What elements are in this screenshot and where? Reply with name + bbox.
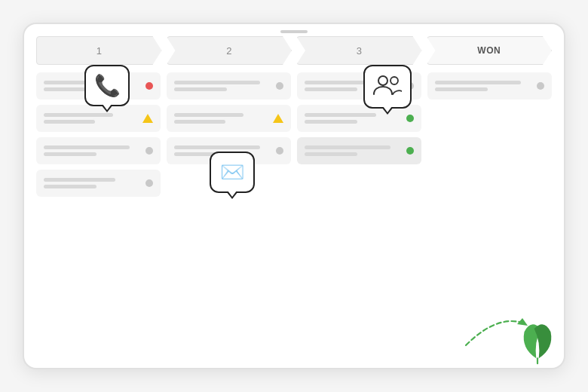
deal-card[interactable] bbox=[36, 105, 161, 132]
status-dot-gray bbox=[276, 147, 283, 155]
card-line bbox=[305, 152, 357, 156]
stage-tab-2[interactable]: 2 bbox=[167, 36, 292, 65]
leaf-decoration bbox=[511, 312, 564, 368]
card-line bbox=[305, 113, 376, 117]
card-line bbox=[174, 87, 227, 91]
card-lines bbox=[44, 178, 139, 188]
card-line bbox=[305, 87, 357, 91]
deal-card[interactable] bbox=[36, 170, 161, 197]
card-line bbox=[44, 145, 130, 149]
stage-label-1: 1 bbox=[96, 45, 102, 57]
card-line bbox=[305, 120, 357, 124]
card-line bbox=[174, 113, 243, 117]
pipeline-board: 📞 ✉️ bbox=[24, 72, 564, 368]
deal-card[interactable] bbox=[297, 105, 421, 132]
popup-bubble-people bbox=[363, 65, 412, 109]
svg-point-0 bbox=[378, 76, 387, 85]
deal-card[interactable] bbox=[36, 137, 161, 164]
status-dot-green bbox=[406, 115, 414, 122]
pipeline-header: 1 2 3 WON bbox=[24, 36, 564, 65]
people-icon bbox=[373, 73, 402, 101]
pipeline-col-3 bbox=[297, 72, 421, 359]
popup-bubble-email: ✉️ bbox=[210, 152, 255, 193]
card-line bbox=[44, 178, 115, 182]
stage-tab-3[interactable]: 3 bbox=[296, 36, 422, 65]
card-line bbox=[435, 87, 488, 91]
deal-card[interactable] bbox=[427, 72, 552, 100]
phone-icon: 📞 bbox=[94, 73, 121, 98]
card-line bbox=[435, 81, 521, 84]
status-dot-gray bbox=[145, 147, 153, 155]
card-line bbox=[174, 81, 260, 84]
device-notch bbox=[24, 24, 564, 36]
stage-label-3: 3 bbox=[357, 45, 362, 57]
pipeline-col-2 bbox=[167, 72, 291, 359]
pipeline-col-1 bbox=[36, 72, 161, 359]
card-line bbox=[44, 152, 96, 156]
status-dot-gray bbox=[145, 179, 153, 187]
card-lines bbox=[174, 81, 270, 91]
deal-card-highlighted[interactable] bbox=[297, 137, 421, 164]
card-lines bbox=[44, 113, 136, 124]
card-line bbox=[44, 113, 113, 117]
status-dot-red bbox=[145, 82, 153, 90]
card-line bbox=[174, 145, 260, 149]
status-triangle-yellow bbox=[142, 114, 153, 123]
popup-bubble-phone: 📞 bbox=[84, 65, 130, 106]
email-icon: ✉️ bbox=[220, 161, 244, 184]
card-line bbox=[44, 120, 95, 124]
card-line bbox=[44, 185, 96, 188]
status-dot-green bbox=[406, 147, 414, 155]
card-lines bbox=[305, 145, 400, 156]
card-line bbox=[305, 145, 390, 149]
stage-tab-1[interactable]: 1 bbox=[36, 36, 162, 65]
svg-point-1 bbox=[390, 77, 398, 84]
stage-label-won: WON bbox=[477, 45, 501, 56]
status-triangle-yellow bbox=[273, 114, 283, 123]
status-dot-gray bbox=[537, 82, 544, 90]
card-line bbox=[174, 120, 225, 124]
device-frame: 1 2 3 WON 📞 ✉️ bbox=[23, 23, 565, 369]
status-dot-gray bbox=[276, 82, 283, 90]
stage-label-2: 2 bbox=[226, 45, 231, 57]
card-lines bbox=[435, 81, 531, 91]
card-lines bbox=[305, 113, 400, 124]
deal-card[interactable] bbox=[167, 105, 291, 132]
card-lines bbox=[44, 145, 139, 156]
notch-bar bbox=[280, 30, 308, 33]
stage-tab-won[interactable]: WON bbox=[427, 36, 553, 65]
deal-card[interactable] bbox=[167, 72, 291, 100]
card-lines bbox=[174, 113, 267, 124]
